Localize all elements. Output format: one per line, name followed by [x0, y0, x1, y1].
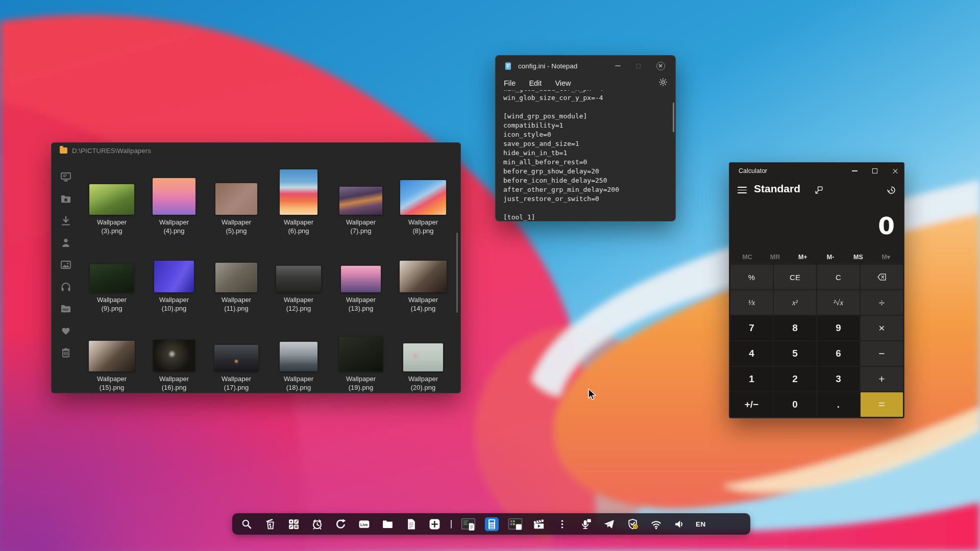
calc-key-4[interactable]: 4	[730, 341, 773, 366]
calc-key-x²[interactable]: x²	[774, 290, 816, 315]
file-item[interactable]: Wallpaper(7).png	[330, 187, 392, 235]
file-item[interactable]: Wallpaper(19).png	[330, 337, 392, 392]
file-item[interactable]: Wallpaper(9).png	[81, 264, 143, 313]
explorer-titlebar[interactable]: D:\PICTURES\Wallpapers	[52, 143, 460, 158]
sidebar-item-music[interactable]	[60, 281, 72, 293]
calc-key-−[interactable]: −	[861, 341, 903, 366]
gear-icon[interactable]	[658, 77, 668, 87]
calc-key-%[interactable]: %	[730, 265, 773, 289]
file-item[interactable]: Wallpaper(8).png	[392, 180, 454, 235]
memory-button-MS[interactable]: MS	[844, 251, 872, 264]
taskbar-item-mic-device[interactable]	[576, 515, 595, 533]
taskbar-item-folder[interactable]	[378, 515, 397, 533]
desktop: D:\PICTURES\Wallpapers REF (1).png(0).pn…	[0, 0, 980, 551]
memory-button-M[interactable]: M-	[817, 251, 844, 264]
language-indicator[interactable]: EN	[694, 520, 708, 528]
notepad-text-area[interactable]: win_glob_size_cor_x_px=-4 win_glob_size_…	[496, 90, 671, 221]
calc-key-×[interactable]: ×	[861, 316, 903, 340]
taskbar-item-telegram[interactable]	[600, 515, 618, 533]
menu-view[interactable]: View	[550, 78, 576, 89]
file-item[interactable]: Wallpaper(20).png	[392, 343, 454, 392]
calc-key-1/x[interactable]: ¹⁄x	[730, 290, 773, 315]
calc-key-÷[interactable]: ÷	[861, 290, 903, 315]
taskbar-item-calculator-active[interactable]	[482, 515, 501, 533]
calc-key-backspace[interactable]	[861, 265, 903, 289]
keep-on-top-icon[interactable]	[814, 185, 824, 195]
hamburger-menu-icon[interactable]	[738, 187, 747, 193]
taskbar-item-refresh[interactable]	[331, 515, 350, 533]
file-item[interactable]: Wallpaper(18).png	[267, 342, 330, 392]
calc-key-.[interactable]: .	[817, 392, 860, 417]
file-item[interactable]: Wallpaper(11).png	[205, 263, 267, 313]
taskbar-item-clapperboard[interactable]	[529, 515, 548, 533]
taskbar-item-shield-antivirus[interactable]: +1	[623, 515, 642, 533]
file-item[interactable]: Wallpaper(3).png	[81, 184, 143, 235]
calc-key-7[interactable]: 7	[730, 316, 773, 340]
file-item[interactable]: Wallpaper(10).png	[143, 261, 205, 313]
notepad-scrollbar[interactable]	[673, 103, 674, 132]
taskbar-item-live-badge[interactable]: Live	[355, 515, 373, 533]
file-item[interactable]: Wallpaper(13).png	[330, 266, 392, 313]
taskbar-item-alarm-clock[interactable]	[308, 515, 326, 533]
calc-key-2[interactable]: 2	[774, 367, 816, 391]
maximize-button[interactable]	[866, 163, 884, 179]
file-item[interactable]: Wallpaper(17).png	[205, 345, 267, 392]
calc-key-C[interactable]: C	[817, 265, 860, 289]
file-thumbnail	[214, 345, 258, 371]
history-icon[interactable]	[886, 185, 897, 195]
notepad-titlebar[interactable]: config.ini - Notepad	[496, 56, 675, 76]
file-item[interactable]: Wallpaper(14).png	[392, 261, 454, 313]
sidebar-item-favorites[interactable]	[60, 324, 72, 337]
explorer-path-title: D:\PICTURES\Wallpapers	[72, 147, 151, 155]
calc-key-3[interactable]: 3	[817, 367, 860, 391]
file-item[interactable]: Wallpaper(12).png	[267, 266, 330, 313]
calculator-active-icon	[484, 516, 500, 532]
calc-key-+/−[interactable]: +/−	[730, 392, 773, 417]
calc-key-0[interactable]: 0	[774, 392, 816, 417]
menu-edit[interactable]: Edit	[524, 78, 547, 89]
close-button[interactable]	[887, 163, 904, 179]
sidebar-item-downloads[interactable]	[60, 215, 72, 227]
taskbar-item-document[interactable]	[402, 515, 420, 533]
taskbar-item-wifi[interactable]	[647, 515, 665, 533]
taskbar-item-window-preview-files[interactable]	[506, 515, 524, 533]
calc-key-9[interactable]: 9	[817, 316, 860, 340]
calc-key-1[interactable]: 1	[730, 367, 773, 391]
minimize-button[interactable]	[609, 58, 626, 73]
close-button[interactable]	[652, 58, 669, 73]
file-thumbnail	[339, 337, 383, 371]
minimize-button[interactable]	[846, 163, 863, 179]
calc-key-6[interactable]: 6	[817, 341, 860, 366]
notepad-window: config.ini - Notepad FileEditView win_gl…	[495, 55, 676, 221]
file-item[interactable]: Wallpaper(6).png	[267, 169, 330, 235]
taskbar-item-speaker[interactable]	[670, 515, 689, 533]
memory-button-M[interactable]: M+	[789, 251, 817, 264]
file-item[interactable]: Wallpaper(15).png	[81, 341, 143, 392]
sidebar-item-ref-folder[interactable]: REF	[60, 303, 72, 315]
taskbar-item-overflow-dots[interactable]	[553, 515, 571, 533]
file-thumbnail	[276, 266, 321, 292]
calc-key-8[interactable]: 8	[774, 316, 816, 340]
file-item[interactable]: Wallpaper(16).png	[143, 340, 205, 392]
calc-key-²√x[interactable]: ²√x	[817, 290, 860, 315]
taskbar-item-window-preview-doc[interactable]	[459, 515, 477, 533]
sidebar-item-monitor[interactable]	[60, 171, 72, 183]
taskbar-item-trash-items[interactable]	[261, 515, 279, 533]
taskbar-item-add-new[interactable]	[425, 515, 444, 533]
calc-key-=[interactable]: =	[861, 392, 903, 417]
explorer-scrollbar[interactable]	[456, 233, 458, 313]
sidebar-item-user[interactable]	[60, 237, 72, 249]
calc-key-5[interactable]: 5	[774, 341, 816, 366]
notepad-icon	[503, 61, 513, 71]
taskbar-item-search[interactable]	[237, 515, 256, 533]
sidebar-item-pictures[interactable]	[60, 259, 72, 271]
file-item[interactable]: Wallpaper(4).png	[143, 178, 205, 235]
file-item[interactable]: Wallpaper(5).png	[205, 183, 267, 235]
sidebar-item-trash[interactable]	[60, 346, 72, 359]
menu-file[interactable]: File	[499, 78, 521, 89]
maximize-button[interactable]	[629, 58, 647, 73]
calc-key-CE[interactable]: CE	[774, 265, 816, 289]
taskbar-item-widgets[interactable]	[284, 515, 303, 533]
sidebar-item-home-folder[interactable]	[60, 193, 72, 205]
calc-key-+[interactable]: +	[861, 367, 903, 391]
